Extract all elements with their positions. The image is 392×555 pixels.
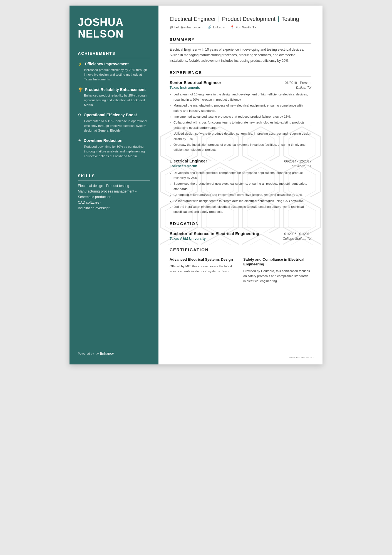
logo-icon: ∞: [96, 351, 99, 356]
contact-location: 📍 Fort Worth, TX: [230, 25, 257, 29]
achievements-title: ACHIEVEMENTS: [78, 51, 150, 58]
achievement-title-4: Downtime Reduction: [84, 138, 122, 143]
linkedin-text: LinkedIn: [213, 26, 225, 29]
achievements-section: ACHIEVEMENTS ⚡ Efficiency Improvement In…: [78, 51, 150, 164]
summary-title: SUMMARY: [170, 37, 311, 44]
efficiency-icon: ⚡: [78, 62, 83, 66]
name-line1: JOSHUA NELSON: [78, 17, 150, 40]
exp-location-2: Fort Worth, TX: [289, 164, 311, 168]
bullet-2-3: Conducted failure analysis and implement…: [173, 192, 311, 197]
skill-dot-2: [135, 191, 137, 192]
achievement-item-1: ⚡ Efficiency Improvement Increased produ…: [78, 61, 150, 82]
contact-email[interactable]: @ help@enhancv.com: [170, 25, 202, 29]
achievement-header-3: ⚙ Operational Efficiency Boost: [78, 112, 150, 117]
edu-degree-1: Bachelor of Science in Electrical Engine…: [170, 231, 259, 236]
skill-item-1: Electrical design · Product testing ·: [78, 184, 150, 188]
summary-text: Electrical Engineer with 10 years of exp…: [170, 47, 311, 63]
job-title-3: Testing: [282, 16, 299, 22]
achievement-desc-4: Reduced downtime by 30% by conducting th…: [84, 144, 150, 159]
email-text: help@enhancv.com: [174, 26, 202, 29]
experience-entry-1: Senior Electrical Engineer 01/2018 - Pre…: [170, 80, 311, 152]
exp-bullets-2: Developed and tested electrical componen…: [170, 170, 311, 214]
main-content: Electrical Engineer | Product Developmen…: [158, 6, 322, 364]
contact-linkedin[interactable]: 🔗 LinkedIn: [207, 25, 225, 29]
bullet-1-2: Managed the manufacturing process of new…: [173, 103, 311, 113]
achievement-title-2: Product Reliability Enhancement: [85, 87, 146, 92]
achievement-item-3: ⚙ Operational Efficiency Boost Contribut…: [78, 112, 150, 133]
star-icon: ★: [78, 138, 81, 143]
experience-title: EXPERIENCE: [170, 70, 311, 77]
powered-by-label: Powered by: [78, 352, 94, 355]
achievement-desc-3: Contributed to a 15% increase in operati…: [84, 119, 150, 133]
certification-section: CERTIFICATION Advanced Electrical System…: [170, 247, 311, 284]
trophy-icon: 🏆: [78, 87, 83, 92]
exp-location-1: Dallas, TX: [296, 86, 311, 90]
job-title-1: Electrical Engineer: [170, 16, 216, 22]
location-icon: 📍: [230, 25, 234, 29]
education-title: EDUCATION: [170, 221, 311, 228]
header-section: Electrical Engineer | Product Developmen…: [170, 15, 311, 29]
title-sep-2: |: [278, 15, 279, 23]
skill-item-5: Installation oversight: [78, 206, 150, 210]
linkedin-icon: 🔗: [207, 25, 212, 29]
summary-section: SUMMARY Electrical Engineer with 10 year…: [170, 37, 311, 63]
cert-title-1: Advanced Electrical Systems Design: [170, 257, 238, 262]
exp-header-2: Electrical Engineer 06/2014 - 12/2017: [170, 159, 311, 163]
bullet-2-4: Collaborated with design teams to create…: [173, 198, 311, 203]
achievement-desc-2: Enhanced product reliability by 25% thro…: [84, 93, 150, 108]
brand-name: Enhancv: [100, 352, 114, 356]
gear-icon: ⚙: [78, 113, 81, 117]
achievement-header-1: ⚡ Efficiency Improvement: [78, 61, 150, 66]
sidebar: JOSHUA NELSON ACHIEVEMENTS ⚡ Efficiency …: [70, 6, 158, 364]
bullet-1-1: Led a team of 10 engineers in the design…: [173, 92, 311, 102]
edu-school-1: Texas A&M University: [170, 237, 206, 241]
bullet-2-5: Led the installation of complex electric…: [173, 204, 311, 214]
exp-title-2: Electrical Engineer: [170, 159, 207, 163]
enhancv-logo: ∞ Enhancv: [96, 351, 114, 356]
edu-location-1: College Station, TX: [283, 237, 311, 241]
achievement-item-2: 🏆 Product Reliability Enhancement Enhanc…: [78, 87, 150, 108]
exp-title-1: Senior Electrical Engineer: [170, 80, 221, 85]
achievement-header-4: ★ Downtime Reduction: [78, 138, 150, 143]
job-titles: Electrical Engineer | Product Developmen…: [170, 15, 311, 23]
exp-header-1: Senior Electrical Engineer 01/2018 - Pre…: [170, 80, 311, 85]
cert-item-1: Advanced Electrical Systems Design Offer…: [170, 257, 238, 284]
exp-subrow-2: Lockheed Martin Fort Worth, TX: [170, 164, 311, 168]
achievement-title-3: Operational Efficiency Boost: [84, 112, 137, 117]
exp-company-1: Texas Instruments: [170, 86, 200, 90]
candidate-name: JOSHUA NELSON: [78, 17, 150, 40]
exp-company-2: Lockheed Martin: [170, 164, 197, 168]
achievement-desc-1: Increased product efficiency by 20% thro…: [84, 68, 150, 82]
experience-section: EXPERIENCE Senior Electrical Engineer 01…: [170, 70, 311, 214]
job-title-2: Product Development: [222, 16, 275, 22]
location-text: Fort Worth, TX: [236, 26, 257, 29]
exp-bullets-1: Led a team of 10 engineers in the design…: [170, 92, 311, 152]
bullet-1-4: Collaborated with cross-functional teams…: [173, 120, 311, 130]
skills-title: SKILLS: [78, 174, 150, 181]
skill-item-2: Manufacturing process management: [78, 189, 150, 193]
achievement-header-2: 🏆 Product Reliability Enhancement: [78, 87, 150, 92]
exp-date-1: 01/2018 - Present: [285, 81, 311, 85]
footer-url: www.enhancv.com: [289, 356, 314, 359]
exp-subrow-1: Texas Instruments Dallas, TX: [170, 86, 311, 90]
cert-title-2: Safety and Compliance in Electrical Engi…: [243, 257, 311, 267]
resume-container: JOSHUA NELSON ACHIEVEMENTS ⚡ Efficiency …: [70, 6, 322, 364]
bullet-1-3: Implemented advanced testing protocols t…: [173, 114, 311, 119]
edu-date-1: 01/2006 - 01/2010: [284, 232, 311, 236]
skill-item-4: CAD software ·: [78, 201, 150, 204]
cert-desc-2: Provided by Coursera, this certification…: [243, 268, 311, 284]
skill-item-3: Schematic production ·: [78, 195, 150, 199]
exp-date-2: 06/2014 - 12/2017: [284, 159, 311, 163]
experience-entry-2: Electrical Engineer 06/2014 - 12/2017 Lo…: [170, 159, 311, 214]
education-entry-1: Bachelor of Science in Electrical Engine…: [170, 231, 311, 241]
certification-title: CERTIFICATION: [170, 247, 311, 254]
cert-grid: Advanced Electrical Systems Design Offer…: [170, 257, 311, 284]
bullet-1-5: Utilized design software to produce deta…: [173, 131, 311, 141]
edu-header-1: Bachelor of Science in Electrical Engine…: [170, 231, 311, 236]
skills-section: SKILLS Electrical design · Product testi…: [78, 174, 150, 212]
edu-subrow-1: Texas A&M University College Station, TX: [170, 237, 311, 241]
achievement-item-4: ★ Downtime Reduction Reduced downtime by…: [78, 138, 150, 159]
powered-by: Powered by ∞ Enhancv: [78, 351, 114, 356]
title-sep-1: |: [218, 15, 220, 23]
education-section: EDUCATION Bachelor of Science in Electri…: [170, 221, 311, 241]
